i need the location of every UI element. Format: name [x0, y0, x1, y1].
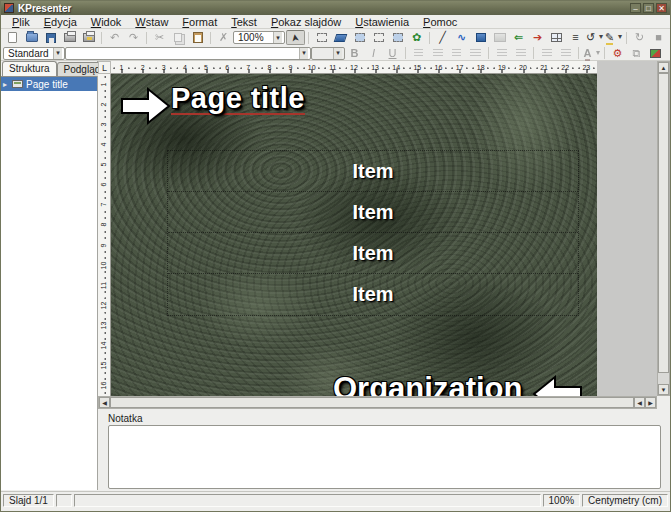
align-justify-button[interactable] — [466, 46, 485, 61]
rotate-dropdown-button[interactable]: ↺ — [585, 30, 604, 45]
rotate-icon: ↺ — [586, 32, 595, 43]
horizontal-ruler[interactable]: 1234567891011121314151617181920212223 — [111, 61, 597, 74]
slide-title[interactable]: Page title — [171, 83, 305, 115]
freehand-tool-button[interactable]: ∿ — [452, 30, 471, 45]
chevron-down-icon[interactable]: ▾ — [333, 48, 342, 59]
close-icon[interactable]: ✕ — [656, 3, 667, 13]
select-tool-button[interactable]: ➤ — [286, 30, 305, 45]
connector-tool-button[interactable]: ⇐ — [509, 30, 528, 45]
text-color-button[interactable]: A — [582, 46, 601, 61]
tree-item-page-title[interactable]: ▸ Page title — [1, 77, 97, 91]
align-right-button[interactable] — [447, 46, 466, 61]
slide-canvas[interactable]: Page title ItemItemItemItem Organization — [111, 74, 597, 396]
arrow-left-shape[interactable] — [531, 374, 583, 396]
vertical-scrollbar[interactable]: ▲ ▼ — [657, 61, 670, 396]
menu-item-format[interactable]: Format — [175, 16, 224, 28]
polygon-tool-button[interactable] — [471, 30, 490, 45]
minimize-icon[interactable]: – — [630, 3, 641, 13]
bullet-list-icon — [497, 49, 507, 57]
print-preview-button[interactable] — [79, 30, 98, 45]
style-combobox[interactable]: Standard ▾ — [3, 47, 65, 60]
item-placeholder-1[interactable]: Item — [168, 151, 578, 192]
item-placeholder-3[interactable]: Item — [168, 233, 578, 274]
vertical-scrollbar-thumb[interactable] — [658, 73, 669, 373]
scroll-left-icon[interactable]: ◀ — [634, 397, 645, 408]
expander-icon[interactable]: ▸ — [3, 80, 12, 89]
stop-button[interactable]: ■ — [649, 30, 668, 45]
menu-item-plik[interactable]: Plik — [5, 16, 37, 28]
indent-more-button[interactable] — [556, 46, 575, 61]
zoom-combobox[interactable]: 100% ▾ — [233, 31, 285, 44]
raise-objects-button[interactable] — [388, 30, 407, 45]
copy-button[interactable] — [169, 30, 188, 45]
chevron-down-icon[interactable]: ▾ — [53, 48, 62, 59]
cut-button[interactable]: ✂ — [150, 30, 169, 45]
open-button[interactable] — [22, 30, 41, 45]
underline-button[interactable]: U — [383, 46, 402, 61]
line-tool-button[interactable]: ╱ — [433, 30, 452, 45]
freehand-icon: ∿ — [457, 32, 466, 43]
scroll-left-icon[interactable]: ◀ — [99, 397, 110, 408]
redo-button[interactable]: ↷ — [124, 30, 143, 45]
vruler-tick-15: 15 — [98, 356, 110, 376]
slide-item-list[interactable]: ItemItemItemItem — [167, 150, 579, 316]
link-button[interactable]: ⧉ — [627, 46, 646, 61]
scroll-down-icon[interactable]: ▼ — [658, 384, 669, 395]
hruler-tick-3: 3 — [153, 61, 174, 73]
tab-struktura[interactable]: Struktura — [2, 61, 57, 76]
chevron-down-icon[interactable]: ▾ — [299, 48, 308, 59]
notes-textarea[interactable] — [108, 425, 661, 489]
italic-button[interactable]: I — [364, 46, 383, 61]
menu-item-edycja[interactable]: Edycja — [37, 16, 84, 28]
delete-button[interactable]: ✗ — [214, 30, 233, 45]
paste-button[interactable] — [188, 30, 207, 45]
insert-image-button[interactable] — [490, 30, 509, 45]
vertical-ruler[interactable]: 12345678910111213141516 — [98, 74, 111, 396]
slideshow-from-start-button[interactable]: ▶▶ — [665, 46, 671, 61]
insert-table-button[interactable] — [547, 30, 566, 45]
item-placeholder-4[interactable]: Item — [168, 274, 578, 315]
hruler-tick-9: 9 — [280, 61, 301, 73]
font-family-combobox[interactable]: ▾ — [65, 47, 311, 60]
slideshow-settings-button[interactable] — [646, 46, 665, 61]
bullet-list-button[interactable] — [492, 46, 511, 61]
autoform-button[interactable]: ✿ — [407, 30, 426, 45]
toolbar-separator — [575, 46, 582, 60]
maximize-icon[interactable]: □ — [643, 3, 654, 13]
print-button[interactable] — [60, 30, 79, 45]
bold-button[interactable]: B — [345, 46, 364, 61]
menu-item-pomoc[interactable]: Pomoc — [416, 16, 464, 28]
new-document-button[interactable] — [3, 30, 22, 45]
menu-item-ustawienia[interactable]: Ustawienia — [348, 16, 416, 28]
arrow-tool-button[interactable]: ➔ — [528, 30, 547, 45]
numbered-list-button[interactable] — [511, 46, 530, 61]
scroll-right-icon[interactable]: ▶ — [645, 397, 656, 408]
scroll-up-icon[interactable]: ▲ — [658, 62, 669, 73]
insert-textbox-button[interactable]: ≡ — [566, 30, 585, 45]
menu-item-wstaw[interactable]: Wstaw — [128, 16, 175, 28]
menu-item-tekst[interactable]: Tekst — [224, 16, 264, 28]
shape-tool-button[interactable] — [331, 30, 350, 45]
align-center-button[interactable] — [428, 46, 447, 61]
horizontal-scrollbar-thumb[interactable] — [110, 397, 634, 408]
rotate-tool-button[interactable] — [312, 30, 331, 45]
spellcheck-button[interactable]: ⚙ — [608, 46, 627, 61]
save-button[interactable] — [41, 30, 60, 45]
slide-footer[interactable]: Organization — [333, 371, 522, 396]
chevron-down-icon[interactable]: ▾ — [273, 32, 282, 43]
align-left-button[interactable] — [409, 46, 428, 61]
ungroup-objects-button[interactable] — [369, 30, 388, 45]
undo-button[interactable]: ↶ — [105, 30, 124, 45]
fill-color-dropdown-button[interactable]: ✎ — [604, 30, 623, 45]
refresh-button[interactable]: ↻ — [630, 30, 649, 45]
arrow-right-shape[interactable] — [120, 86, 172, 126]
vruler-tick-12: 12 — [98, 295, 110, 315]
menu-item-pokaz-slajd-w[interactable]: Pokaz slajdów — [264, 16, 348, 28]
item-text: Item — [352, 283, 393, 306]
font-size-combobox[interactable]: ▾ — [311, 47, 345, 60]
indent-less-button[interactable] — [537, 46, 556, 61]
menu-item-widok[interactable]: Widok — [84, 16, 129, 28]
item-placeholder-2[interactable]: Item — [168, 192, 578, 233]
horizontal-scrollbar[interactable]: ◀ ◀ ▶ — [98, 396, 657, 409]
group-objects-button[interactable] — [350, 30, 369, 45]
